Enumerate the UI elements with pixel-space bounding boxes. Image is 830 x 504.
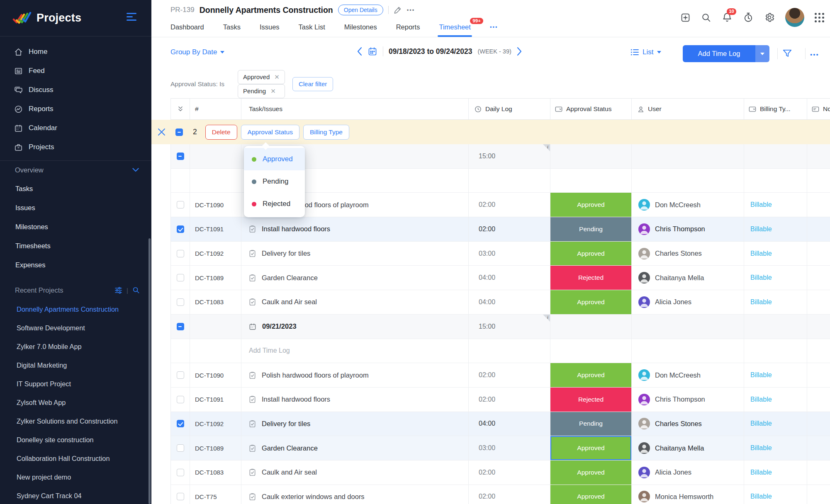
sidebar-item-expenses[interactable]: Expenses <box>0 255 151 274</box>
view-selector[interactable]: List <box>630 48 661 56</box>
recent-project-item[interactable]: Donelley site construction <box>0 431 151 449</box>
billing-type-link[interactable]: Billable <box>750 420 772 427</box>
status-badge[interactable]: Approved <box>550 242 631 266</box>
billing-type-link[interactable]: Billable <box>750 469 772 476</box>
tab-dashboard[interactable]: Dashboard <box>170 23 204 31</box>
group-checkbox[interactable] <box>177 153 184 160</box>
billing-type-link[interactable]: Billable <box>750 444 772 452</box>
row-checkbox[interactable] <box>177 274 184 281</box>
close-icon[interactable] <box>158 128 166 136</box>
column-header-user[interactable]: User <box>632 99 744 119</box>
recent-project-item[interactable]: IT Support Project <box>0 375 151 393</box>
row-checkbox[interactable] <box>177 225 184 233</box>
row-checkbox[interactable] <box>177 493 184 500</box>
billing-type-link[interactable]: Billable <box>750 274 772 281</box>
recent-project-item[interactable]: Zylker 7.0 Mobile App <box>0 337 151 356</box>
column-header-daily-log[interactable]: Daily Log <box>469 99 550 119</box>
sidebar-item-discuss[interactable]: Discuss <box>0 80 151 99</box>
group-by-selector[interactable]: Group By Date <box>170 48 224 56</box>
status-badge[interactable]: Approved <box>550 436 631 460</box>
recent-project-item[interactable]: New project demo <box>0 468 151 487</box>
tab-issues[interactable]: Issues <box>260 23 280 31</box>
row-checkbox[interactable] <box>177 396 184 403</box>
recent-project-item[interactable]: Zylsoft Web App <box>0 393 151 412</box>
row-checkbox[interactable] <box>177 444 184 452</box>
task-name[interactable]: Polish hardwood floors of playroom <box>262 371 369 379</box>
row-checkbox[interactable] <box>177 469 184 476</box>
tab-reports[interactable]: Reports <box>396 23 420 31</box>
column-header-#[interactable]: # <box>190 99 241 119</box>
billing-type-link[interactable]: Billable <box>750 371 772 379</box>
add-time-log-label[interactable]: Add Time Log <box>683 45 755 62</box>
chip-remove-icon[interactable]: ✕ <box>270 87 276 95</box>
sidebar-item-issues[interactable]: Issues <box>0 198 151 217</box>
filter-chip[interactable]: Approved✕ <box>238 70 285 84</box>
status-badge[interactable]: Rejected <box>550 388 631 412</box>
chevron-down-icon[interactable] <box>132 168 139 172</box>
row-checkbox[interactable] <box>177 250 184 257</box>
billing-type-link[interactable]: Billable <box>750 298 772 306</box>
status-badge[interactable]: Approved <box>550 363 631 387</box>
task-name[interactable]: Caulk exterior windows and doors <box>262 493 365 501</box>
recent-project-item[interactable]: Zylker Solutions and Construction <box>0 412 151 431</box>
group-checkbox[interactable] <box>177 323 184 330</box>
column-header-select[interactable] <box>171 99 190 119</box>
chip-remove-icon[interactable]: ✕ <box>274 73 280 81</box>
title-more-icon[interactable]: ••• <box>407 7 415 13</box>
row-checkbox[interactable] <box>177 371 184 379</box>
task-name[interactable]: Caulk and Air seal <box>262 468 317 476</box>
sidebar-scrollbar[interactable] <box>148 238 151 504</box>
apps-grid-icon[interactable] <box>815 13 824 22</box>
status-badge[interactable]: Pending <box>550 217 631 241</box>
sidebar-item-home[interactable]: Home <box>0 42 151 61</box>
info-corner-icon[interactable] <box>543 144 550 151</box>
tab-timesheet[interactable]: Timesheet99+ <box>439 23 470 31</box>
sidebar-item-calendar[interactable]: Calendar <box>0 119 151 138</box>
billing-type-link[interactable]: Billable <box>750 250 772 257</box>
recent-project-item[interactable]: Donnelly Apartments Construction <box>0 300 151 319</box>
select-all-checkbox[interactable] <box>175 128 183 136</box>
calendar-icon[interactable] <box>368 46 377 56</box>
status-badge[interactable]: Approved <box>550 460 631 485</box>
status-badge[interactable]: Approved <box>550 485 631 504</box>
task-name[interactable]: Install hardwood floors <box>262 395 330 403</box>
tab-tasks[interactable]: Tasks <box>223 23 241 31</box>
task-name[interactable]: Caulk and Air seal <box>262 298 317 306</box>
selection-action-approval-status[interactable]: Approval Status <box>241 125 299 140</box>
dropdown-option-approved[interactable]: Approved <box>244 148 305 170</box>
sidebar-item-tasks[interactable]: Tasks <box>0 179 151 198</box>
settings-gear-icon[interactable] <box>764 12 775 23</box>
selection-action-billing-type[interactable]: Billing Type <box>303 125 349 140</box>
add-time-log-split-caret[interactable] <box>755 45 769 62</box>
column-header-no[interactable]: No <box>807 99 830 119</box>
status-badge[interactable]: Rejected <box>550 266 631 290</box>
recent-project-item[interactable]: Software Development <box>0 319 151 337</box>
next-week-icon[interactable] <box>517 47 522 56</box>
user-avatar[interactable] <box>785 8 804 27</box>
sidebar-collapse-icon[interactable] <box>127 13 136 22</box>
selection-action-delete[interactable]: Delete <box>205 125 237 140</box>
column-header-billing-ty-[interactable]: Billing Ty... <box>744 99 807 119</box>
task-name[interactable]: Delivery for tiles <box>262 250 310 257</box>
sidebar-item-reports[interactable]: Reports <box>0 99 151 119</box>
signature-pen-icon[interactable] <box>394 6 402 14</box>
tab-task-list[interactable]: Task List <box>299 23 325 31</box>
filter-chip[interactable]: Pending✕ <box>238 84 285 98</box>
project-search-icon[interactable] <box>132 286 140 294</box>
task-name[interactable]: Delivery for tiles <box>262 420 310 428</box>
search-icon[interactable] <box>701 12 711 23</box>
sidebar-item-feed[interactable]: Feed <box>0 61 151 80</box>
add-time-log-placeholder[interactable]: Add Time Log <box>249 347 290 354</box>
timer-icon[interactable] <box>743 12 754 23</box>
billing-type-link[interactable]: Billable <box>750 225 772 233</box>
sidebar-section-overview[interactable]: Overview <box>0 161 151 179</box>
recent-project-item[interactable]: Digital Marketing <box>0 356 151 375</box>
recent-project-item[interactable]: Collaboration Hall Construction <box>0 449 151 468</box>
filter-funnel-icon[interactable] <box>782 48 793 59</box>
notifications-bell-icon[interactable]: 10 <box>722 12 733 23</box>
toolbar-more-icon[interactable]: ••• <box>810 51 819 58</box>
prev-week-icon[interactable] <box>357 47 362 56</box>
row-checkbox[interactable] <box>177 420 184 427</box>
info-corner-icon[interactable] <box>543 315 550 322</box>
project-filter-icon[interactable] <box>114 286 122 294</box>
